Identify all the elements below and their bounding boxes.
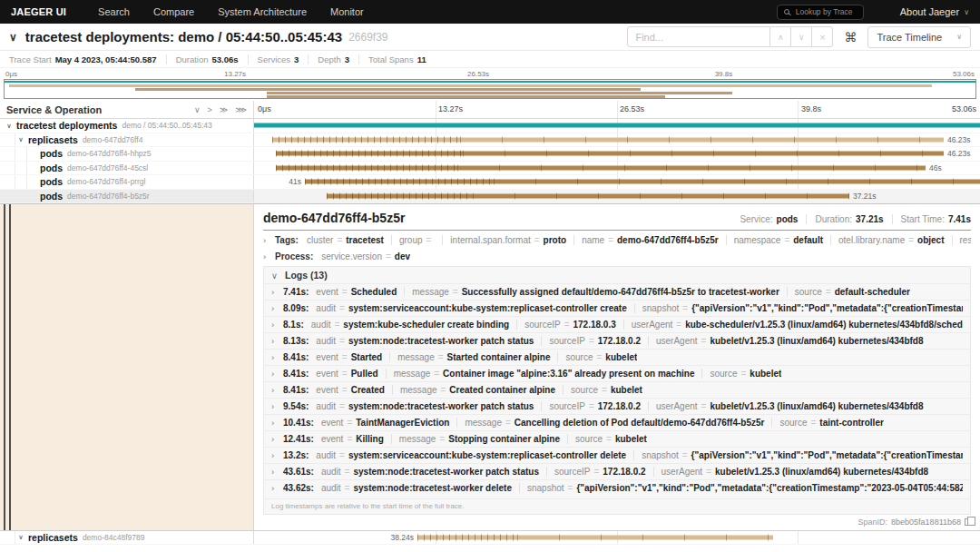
log-field-key: snapshot xyxy=(642,303,680,313)
collapse-one-icon[interactable]: ∨ xyxy=(194,105,201,114)
log-entry[interactable]: ›9.54s:audit=system:node:tracetest-worke… xyxy=(264,398,970,414)
log-fields: event=Pulledmessage=Container image "alp… xyxy=(316,369,781,379)
log-field-key: event xyxy=(321,434,343,444)
span-row-label-cell[interactable]: ∨replicasetsdemo-647dd76ff4 xyxy=(0,133,254,147)
expand-icon[interactable]: › xyxy=(271,434,283,444)
log-field-key: source xyxy=(575,434,603,444)
log-entry[interactable]: ›8.41s:event=Pulledmessage=Container ima… xyxy=(264,365,970,381)
expand-icon[interactable]: › xyxy=(271,483,283,493)
span-row-label-cell[interactable]: ∨podsdemo-647dd76ff4-prrgl xyxy=(0,175,254,189)
span-row-label-cell[interactable]: ∨replicasetsdemo-84c48f9789 xyxy=(0,531,254,545)
expand-icon[interactable]: › xyxy=(263,235,275,245)
span-bar[interactable] xyxy=(417,535,773,539)
log-entry[interactable]: ›13.2s:audit=system:serviceaccount:kube-… xyxy=(264,447,970,463)
expand-icon[interactable]: › xyxy=(271,467,283,477)
span-row[interactable]: ∨replicasetsdemo-647dd76ff446.23s xyxy=(0,133,980,148)
find-input[interactable] xyxy=(627,26,770,47)
nav-item-search[interactable]: Search xyxy=(86,0,142,24)
find-clear-button[interactable]: × xyxy=(812,26,833,47)
log-entry[interactable]: ›8.1s:audit=system:kube-scheduler create… xyxy=(264,316,970,332)
collapse-trace-icon[interactable]: ∨ xyxy=(9,31,17,44)
span-row-label-cell[interactable]: ∨podsdemo-647dd76ff4-b5z5r xyxy=(0,190,254,203)
expand-icon[interactable]: › xyxy=(271,385,283,395)
expand-all-icon[interactable]: ⋙ xyxy=(235,105,247,114)
nav-item-system-architecture[interactable]: System Architecture xyxy=(206,0,318,24)
tags-row[interactable]: › Tags: cluster=tracetestgroup=internal.… xyxy=(263,231,971,248)
span-bar[interactable] xyxy=(276,152,944,156)
expand-icon[interactable]: › xyxy=(271,320,283,330)
minimap-canvas[interactable] xyxy=(4,79,976,99)
span-bar-cell[interactable]: 38.24s xyxy=(254,531,980,545)
nav-item-compare[interactable]: Compare xyxy=(142,0,206,24)
span-row[interactable]: ∨replicasetsdemo-84c48f978938.24s xyxy=(0,531,980,546)
chevron-down-icon[interactable]: ∨ xyxy=(15,533,26,541)
span-row-label-cell[interactable]: ∨podsdemo-647dd76ff4-hhpz5 xyxy=(0,147,254,161)
span-bar[interactable] xyxy=(254,123,980,128)
span-bar-cell[interactable]: 46.23s xyxy=(254,133,980,147)
span-bar[interactable] xyxy=(276,165,926,170)
span-row[interactable]: ∨tracetest deploymentsdemo / 05:44:50..0… xyxy=(0,119,980,133)
trace-id-lookup-input[interactable] xyxy=(794,6,857,17)
span-row-label-cell[interactable]: ∨podsdemo-647dd76ff4-45csl xyxy=(0,162,254,175)
span-row[interactable]: ∨podsdemo-647dd76ff4-hhpz546.23s xyxy=(0,147,980,162)
process-row[interactable]: › Process: service.version=dev xyxy=(263,248,971,265)
equals-sign: = xyxy=(564,320,570,330)
chevron-down-icon: ∨ xyxy=(964,8,969,16)
log-entry[interactable]: ›7.41s:event=Scheduledmessage=Successful… xyxy=(264,283,970,300)
span-bar-cell[interactable] xyxy=(254,119,980,133)
expand-icon[interactable]: › xyxy=(271,336,283,346)
ruler-tick: 53.06s xyxy=(952,104,976,113)
keyboard-shortcuts-icon[interactable]: ⌘ xyxy=(844,30,857,44)
log-entry[interactable]: ›43.61s:audit=system:node:tracetest-work… xyxy=(264,463,970,479)
span-bar-cell[interactable]: 46.23s xyxy=(254,147,980,161)
trace-id-lookup[interactable] xyxy=(777,5,864,20)
collapse-all-icon[interactable]: ≫ xyxy=(220,105,228,114)
expand-icon[interactable]: › xyxy=(271,450,283,460)
expand-icon[interactable]: › xyxy=(271,418,283,428)
key-value-pair: userAgent=kubelet/v1.25.3 (linux/amd64) … xyxy=(648,401,924,411)
span-duration-label: 46.23s xyxy=(947,149,971,158)
expand-icon[interactable]: › xyxy=(271,369,283,379)
find-next-button[interactable]: ∨ xyxy=(791,26,812,47)
find-prev-button[interactable]: ∧ xyxy=(770,26,791,47)
span-bar[interactable] xyxy=(327,193,849,198)
app-brand[interactable]: JAEGER UI xyxy=(11,6,66,17)
expand-icon[interactable]: › xyxy=(271,303,283,313)
about-jaeger-menu[interactable]: About Jaeger ∨ xyxy=(900,6,969,17)
log-timestamp: 8.41s: xyxy=(283,385,309,395)
log-entry[interactable]: ›8.41s:event=Createdmessage=Created cont… xyxy=(264,381,970,398)
expand-one-icon[interactable]: > xyxy=(208,105,212,114)
log-entry[interactable]: ›8.41s:event=Startedmessage=Started cont… xyxy=(264,349,970,365)
expand-icon[interactable]: › xyxy=(271,287,283,297)
tags-label: Tags: xyxy=(275,235,299,245)
expand-icon[interactable]: › xyxy=(271,401,283,411)
span-row-label-cell[interactable]: ∨tracetest deploymentsdemo / 05:44:50..0… xyxy=(0,119,254,133)
log-field-key: userAgent xyxy=(662,467,703,477)
log-entry[interactable]: ›8.09s:audit=system:serviceaccount:kube-… xyxy=(264,300,970,316)
logs-header[interactable]: ∨ Logs (13) xyxy=(264,267,970,283)
span-row[interactable]: ∨podsdemo-647dd76ff4-45csl46s xyxy=(0,162,980,176)
span-bar[interactable] xyxy=(272,137,944,142)
indent-guide xyxy=(4,133,15,147)
log-entry[interactable]: ›43.62s:audit=system:node:tracetest-work… xyxy=(264,479,970,496)
key-value-pair: userAgent=kubelet/v1.25.3 (linux/amd64) … xyxy=(648,336,924,346)
trace-view-select[interactable]: Trace Timeline ∨ xyxy=(867,26,971,48)
indent-guide xyxy=(4,531,15,545)
chevron-down-icon[interactable]: ∨ xyxy=(15,135,26,143)
log-entry[interactable]: ›10.41s:event=TaintManagerEvictionmessag… xyxy=(264,414,970,430)
span-bar-cell[interactable]: 41s xyxy=(254,175,980,189)
collapse-icon[interactable]: ∨ xyxy=(271,271,283,281)
expand-icon[interactable]: › xyxy=(271,352,283,362)
span-bar-cell[interactable]: 37.21s xyxy=(254,190,980,203)
span-row[interactable]: ∨podsdemo-647dd76ff4-prrgl41s xyxy=(0,175,980,190)
span-row[interactable]: ∨podsdemo-647dd76ff4-b5z5r37.21s xyxy=(0,190,980,204)
log-entry[interactable]: ›12.41s:event=Killingmessage=Stopping co… xyxy=(264,430,970,447)
equals-sign: = xyxy=(682,303,688,313)
expand-icon[interactable]: › xyxy=(263,251,275,261)
span-bar-cell[interactable]: 46s xyxy=(254,162,980,175)
chevron-down-icon[interactable]: ∨ xyxy=(4,122,15,130)
copy-icon[interactable] xyxy=(965,518,971,526)
log-entry[interactable]: ›8.13s:audit=system:node:tracetest-worke… xyxy=(264,332,970,349)
span-bar[interactable] xyxy=(305,180,980,184)
nav-item-monitor[interactable]: Monitor xyxy=(318,0,376,24)
